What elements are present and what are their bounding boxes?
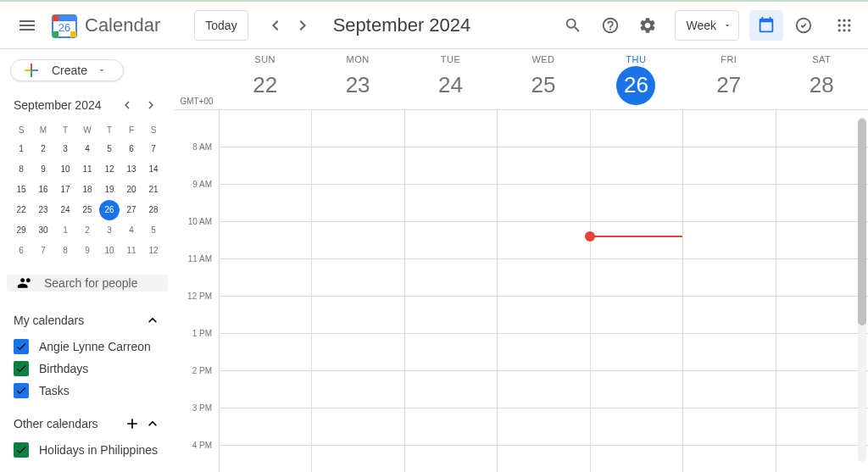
chevron-down-icon xyxy=(723,21,732,30)
day-column[interactable] xyxy=(404,110,497,472)
day-header[interactable]: TUE24 xyxy=(404,49,497,109)
mini-day[interactable]: 28 xyxy=(143,200,164,220)
mini-day[interactable]: 5 xyxy=(99,139,120,159)
my-calendars-toggle[interactable]: My calendars xyxy=(7,308,168,332)
mini-day[interactable]: 23 xyxy=(33,200,53,220)
mini-dow: W xyxy=(76,122,98,139)
svg-point-10 xyxy=(838,24,841,26)
day-column[interactable] xyxy=(590,110,682,472)
mini-day[interactable]: 22 xyxy=(11,200,31,220)
svg-rect-4 xyxy=(53,15,58,21)
chevron-down-icon xyxy=(97,66,106,75)
mini-day[interactable]: 1 xyxy=(55,220,75,241)
calendar-checkbox[interactable] xyxy=(14,383,29,398)
calendar-item[interactable]: Holidays in Philippines xyxy=(7,439,168,461)
mini-day[interactable]: 1 xyxy=(11,139,31,159)
mini-next-month[interactable] xyxy=(141,95,161,115)
app-name: Calendar xyxy=(85,14,160,36)
tasks-button[interactable] xyxy=(787,8,821,42)
google-apps-button[interactable] xyxy=(827,8,861,42)
day-column[interactable] xyxy=(776,110,868,472)
calendar-view-button[interactable] xyxy=(749,10,783,41)
svg-rect-18 xyxy=(25,69,31,71)
mini-day[interactable]: 18 xyxy=(77,180,97,200)
mini-day[interactable]: 20 xyxy=(121,180,142,200)
mini-day[interactable]: 4 xyxy=(121,220,142,241)
mini-day[interactable]: 21 xyxy=(143,180,164,200)
mini-day[interactable]: 24 xyxy=(55,200,75,220)
calendar-item[interactable]: Angie Lynne Carreon xyxy=(7,336,168,358)
mini-day[interactable]: 2 xyxy=(33,139,53,159)
mini-day[interactable]: 14 xyxy=(143,159,164,180)
day-column[interactable] xyxy=(311,110,403,472)
calendar-checkbox[interactable] xyxy=(14,361,29,376)
mini-day[interactable]: 25 xyxy=(77,200,97,220)
mini-day[interactable]: 10 xyxy=(99,241,120,261)
timezone-label: GMT+00 xyxy=(175,49,219,109)
mini-day[interactable]: 7 xyxy=(33,241,53,261)
mini-day[interactable]: 3 xyxy=(99,220,120,241)
mini-day[interactable]: 3 xyxy=(55,139,75,159)
mini-day[interactable]: 7 xyxy=(143,139,164,159)
view-selector[interactable]: Week xyxy=(675,10,739,41)
other-calendars-toggle[interactable]: Other calendars xyxy=(7,412,168,436)
mini-day[interactable]: 13 xyxy=(121,159,142,180)
day-column[interactable] xyxy=(219,110,311,472)
svg-point-15 xyxy=(848,29,850,31)
day-header[interactable]: FRI27 xyxy=(682,49,775,109)
day-column[interactable] xyxy=(497,110,589,472)
mini-day[interactable]: 15 xyxy=(11,180,31,200)
main-menu-button[interactable] xyxy=(7,5,47,46)
day-header[interactable]: MON23 xyxy=(311,49,403,109)
mini-day[interactable]: 6 xyxy=(121,139,142,159)
mini-day[interactable]: 11 xyxy=(121,241,142,261)
day-header[interactable]: SAT28 xyxy=(776,49,868,109)
mini-day[interactable]: 6 xyxy=(11,241,31,261)
search-button[interactable] xyxy=(556,8,590,42)
mini-day[interactable]: 17 xyxy=(55,180,75,200)
support-button[interactable] xyxy=(593,8,627,42)
mini-day[interactable]: 29 xyxy=(11,220,31,241)
mini-day[interactable]: 10 xyxy=(55,159,75,180)
mini-calendar-title: September 2024 xyxy=(14,98,102,112)
mini-day[interactable]: 5 xyxy=(143,220,164,241)
next-week-button[interactable] xyxy=(289,12,316,39)
mini-day[interactable]: 9 xyxy=(77,241,97,261)
day-column[interactable] xyxy=(682,110,775,472)
mini-day[interactable]: 8 xyxy=(11,159,31,180)
mini-day[interactable]: 19 xyxy=(99,180,120,200)
today-button[interactable]: Today xyxy=(194,10,248,41)
prev-week-button[interactable] xyxy=(262,12,289,39)
svg-rect-2 xyxy=(70,31,76,37)
mini-dow: F xyxy=(120,122,142,139)
mini-day[interactable]: 4 xyxy=(77,139,97,159)
day-header[interactable]: THU26 xyxy=(590,49,682,109)
mini-day[interactable]: 16 xyxy=(33,180,53,200)
mini-prev-month[interactable] xyxy=(117,95,137,115)
mini-day[interactable]: 27 xyxy=(121,200,142,220)
mini-day[interactable]: 9 xyxy=(33,159,53,180)
mini-day[interactable]: 26 xyxy=(99,200,120,220)
current-period-label: September 2024 xyxy=(333,14,471,36)
scrollbar-thumb[interactable] xyxy=(858,119,866,325)
mini-day[interactable]: 12 xyxy=(143,241,164,261)
calendar-checkbox[interactable] xyxy=(14,442,29,458)
search-people-input[interactable]: Search for people xyxy=(7,275,168,292)
chevron-up-icon xyxy=(144,415,161,432)
mini-day[interactable]: 12 xyxy=(99,159,120,180)
mini-day[interactable]: 30 xyxy=(33,220,53,241)
calendar-checkbox[interactable] xyxy=(14,339,29,354)
settings-button[interactable] xyxy=(631,8,665,42)
day-header[interactable]: WED25 xyxy=(497,49,589,109)
time-label: 10 AM xyxy=(175,217,219,254)
create-button[interactable]: Create xyxy=(10,59,124,81)
mini-day[interactable]: 2 xyxy=(77,220,97,241)
add-calendar-icon[interactable] xyxy=(124,415,141,432)
mini-day[interactable]: 8 xyxy=(55,241,75,261)
scrollbar[interactable] xyxy=(858,117,866,462)
mini-day[interactable]: 11 xyxy=(77,159,97,180)
calendar-item[interactable]: Tasks xyxy=(7,380,168,402)
day-header[interactable]: SUN22 xyxy=(219,49,311,109)
calendar-item[interactable]: Birthdays xyxy=(7,358,168,380)
mini-calendar[interactable]: SMTWTFS123456789101112131415161718192021… xyxy=(7,122,168,261)
